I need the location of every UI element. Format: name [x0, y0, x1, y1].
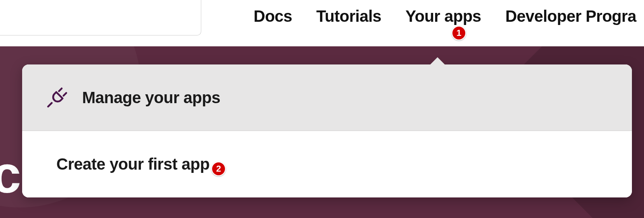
manage-apps-label: Manage your apps	[82, 89, 220, 107]
top-bar: Docs Tutorials Your apps Developer Progr…	[0, 0, 644, 46]
plug-icon	[46, 87, 68, 108]
your-apps-dropdown: Manage your apps Create your first app	[22, 64, 632, 197]
dropdown-arrow-icon	[429, 57, 446, 66]
annotation-badge-2: 2	[211, 162, 226, 176]
annotation-badge-1: 1	[452, 26, 466, 40]
search-box[interactable]	[0, 0, 201, 35]
hero-text: c a	[0, 147, 20, 218]
dropdown-item-create-app[interactable]: Create your first app	[22, 131, 632, 197]
nav-your-apps[interactable]: Your apps	[405, 7, 481, 25]
create-app-label: Create your first app	[56, 155, 210, 173]
dropdown-item-manage-apps[interactable]: Manage your apps	[22, 64, 632, 131]
main-nav: Docs Tutorials Your apps Developer Progr…	[254, 7, 636, 25]
svg-line-0	[59, 89, 62, 91]
nav-tutorials[interactable]: Tutorials	[316, 7, 381, 25]
svg-line-1	[64, 93, 66, 96]
nav-developer-program[interactable]: Developer Progra	[505, 7, 636, 25]
hero-line-2: a	[0, 202, 20, 218]
hero-line-1: c	[0, 147, 20, 202]
nav-docs[interactable]: Docs	[254, 7, 292, 25]
